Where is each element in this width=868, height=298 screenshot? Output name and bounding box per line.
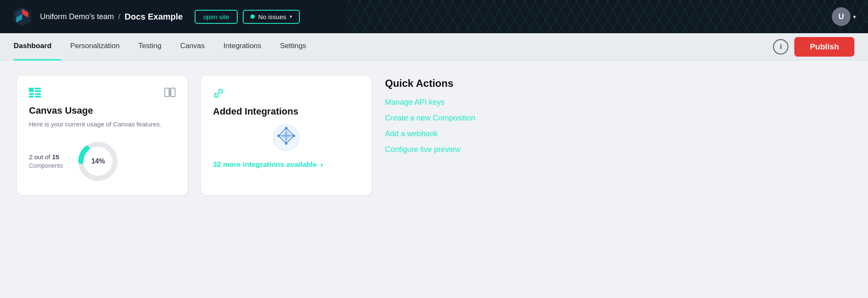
header-bg-pattern [347, 0, 868, 33]
quick-actions-title: Quick Actions [385, 77, 851, 89]
tab-settings[interactable]: Settings [270, 33, 315, 60]
quick-action-configure-preview[interactable]: Configure live preview [385, 145, 851, 154]
info-button[interactable]: i [773, 39, 788, 54]
header-actions: open site No issues ▾ [195, 10, 300, 24]
no-issues-label: No issues [258, 13, 286, 20]
nav-actions: i Publish [773, 37, 854, 57]
quick-action-create-composition[interactable]: Create a new Composition [385, 114, 851, 123]
svg-point-23 [293, 135, 295, 137]
quick-action-manage-api-keys[interactable]: Manage API keys [385, 98, 851, 107]
more-integrations-link[interactable]: 32 more integrations available › [213, 160, 359, 169]
integrations-card: Added Integrations 32 more integrations … [201, 76, 371, 195]
book-icon [164, 88, 175, 100]
canvas-card-title: Canvas Usage [29, 105, 175, 116]
link-icon [213, 88, 224, 102]
svg-rect-12 [165, 88, 169, 97]
main-content: Canvas Usage Here is your current usage … [0, 60, 868, 210]
logo[interactable] [12, 6, 32, 27]
svg-rect-13 [171, 88, 175, 97]
tab-integrations[interactable]: Integrations [214, 33, 271, 60]
arrow-icon: › [320, 160, 323, 169]
header: Uniform Demo's team / Docs Example open … [0, 0, 868, 33]
tab-testing[interactable]: Testing [129, 33, 171, 60]
donut-label: 14% [91, 158, 105, 165]
integration-logo [273, 124, 300, 151]
svg-rect-9 [35, 93, 41, 95]
svg-rect-6 [35, 88, 41, 89]
canvas-usage-icon [29, 88, 41, 101]
project-name: Docs Example [125, 12, 183, 22]
canvas-components-label: Components [29, 162, 63, 169]
integrations-card-title: Added Integrations [213, 106, 359, 117]
user-menu-caret[interactable]: ▾ [853, 14, 856, 20]
svg-point-25 [277, 135, 280, 137]
canvas-usage-card: Canvas Usage Here is your current usage … [17, 76, 187, 195]
canvas-stat-text: 2 out of 15 Components [29, 153, 63, 169]
svg-point-24 [285, 142, 287, 145]
navbar: Dashboard Personalization Testing Canvas… [0, 33, 868, 60]
team-name: Uniform Demo's team [40, 12, 114, 21]
info-icon: i [780, 43, 782, 51]
quick-actions-section: Quick Actions Manage API keys Create a n… [385, 76, 851, 163]
tab-personalization[interactable]: Personalization [61, 33, 129, 60]
svg-rect-11 [35, 96, 41, 97]
publish-button[interactable]: Publish [794, 37, 854, 57]
open-site-button[interactable]: open site [195, 10, 238, 24]
canvas-card-desc: Here is your current usage of Canvas fea… [29, 120, 175, 129]
svg-point-22 [285, 127, 287, 129]
svg-rect-7 [35, 90, 41, 92]
svg-rect-10 [29, 96, 34, 97]
canvas-component-count: 2 out of 15 [29, 153, 63, 160]
canvas-donut-chart: 14% [75, 138, 121, 185]
svg-rect-8 [29, 93, 34, 95]
tab-canvas[interactable]: Canvas [171, 33, 214, 60]
integrations-card-header [213, 88, 359, 102]
status-dot [250, 14, 255, 19]
more-integrations-label: 32 more integrations available [213, 160, 317, 169]
nav-tabs: Dashboard Personalization Testing Canvas… [14, 33, 773, 60]
quick-action-add-webhook[interactable]: Add a webhook [385, 129, 851, 138]
chevron-down-icon: ▾ [290, 14, 292, 20]
breadcrumb-separator: / [118, 12, 120, 21]
user-menu-area[interactable]: U ▾ [832, 7, 856, 26]
canvas-stats: 2 out of 15 Components 14% [29, 138, 175, 185]
tab-dashboard[interactable]: Dashboard [14, 33, 61, 60]
no-issues-button[interactable]: No issues ▾ [243, 10, 300, 24]
svg-rect-5 [29, 88, 34, 92]
canvas-card-header [29, 88, 175, 101]
user-avatar[interactable]: U [832, 7, 851, 26]
